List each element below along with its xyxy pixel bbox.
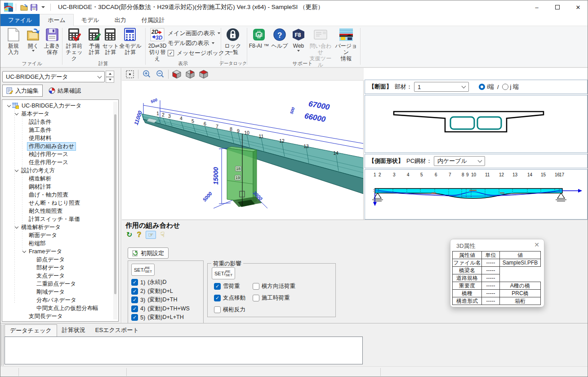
web-button[interactable]: F8 Web bbox=[288, 27, 309, 52]
tree-scrollbar[interactable] bbox=[113, 102, 117, 319]
load-effect-checkbox[interactable] bbox=[253, 283, 259, 290]
help-question-icon[interactable]: ? bbox=[137, 231, 141, 238]
quick-save-button[interactable] bbox=[29, 2, 39, 12]
set-reset-button[interactable]: SET/ RESET bbox=[212, 267, 235, 279]
tree-item[interactable]: 使用材料 bbox=[2, 134, 112, 142]
ribbon-tab[interactable]: モデル bbox=[74, 14, 107, 26]
pointing-hand-icon[interactable]: ☞ bbox=[146, 231, 156, 239]
tree-item[interactable]: 分布バネデータ bbox=[2, 296, 112, 304]
tree-item[interactable]: せん断・ねじり照査 bbox=[2, 199, 112, 207]
load-effect-checkbox[interactable] bbox=[214, 306, 221, 313]
load-case-row[interactable]: 5) (変動)D+L+TH bbox=[131, 313, 197, 322]
version-info-button[interactable]: バージョン 情報 bbox=[334, 27, 358, 62]
load-case-row[interactable]: 1) (永続)D bbox=[131, 278, 197, 287]
member-select[interactable]: 1 bbox=[414, 82, 469, 92]
view-side-button[interactable] bbox=[185, 69, 196, 79]
log-tab[interactable]: ESエクスポート bbox=[90, 324, 144, 337]
tree-item[interactable]: 計算スイッチ・単価 bbox=[2, 215, 112, 223]
tree-item[interactable]: 鋼材計算 bbox=[2, 183, 112, 191]
initial-settings-button[interactable]: 初期設定 bbox=[128, 247, 169, 259]
radio-j-end[interactable] bbox=[502, 84, 508, 90]
load-case-checkbox[interactable] bbox=[131, 314, 138, 321]
tree-item[interactable]: 設計条件 bbox=[2, 118, 112, 126]
model-3d-viewport[interactable]: 1234567891011121314 1819 67000 66000 110… bbox=[122, 81, 364, 220]
set-reset-button[interactable]: SET/ RESET bbox=[131, 264, 155, 276]
close-button[interactable]: ✕ bbox=[568, 0, 588, 14]
minimize-button[interactable]: – bbox=[526, 0, 547, 14]
attributes-3d-panel[interactable]: 3D属性 ✕ 属性値単位値 ファイル名 ----- SampleSI.PFB 橋… bbox=[450, 239, 544, 307]
tree-item[interactable]: 剛域データ bbox=[2, 288, 112, 296]
chevron-down-icon[interactable] bbox=[13, 227, 20, 228]
refresh-icon[interactable]: ↻ bbox=[126, 231, 132, 238]
load-case-checkbox[interactable] bbox=[131, 296, 138, 303]
tree-item[interactable]: 節点データ bbox=[2, 256, 112, 264]
tree-item[interactable]: 構造解析 bbox=[2, 175, 112, 183]
spin-down-button[interactable] bbox=[106, 77, 114, 83]
precalc-check-button[interactable]: 計算前 チェック bbox=[64, 27, 85, 62]
view-front-button[interactable] bbox=[171, 69, 182, 79]
ribbon-tab[interactable]: 付属設計 bbox=[134, 14, 173, 26]
tree-item[interactable]: 耐久性能照査 bbox=[2, 207, 112, 215]
load-case-row[interactable]: 2) (変動)D+L bbox=[131, 287, 197, 296]
tree-item[interactable]: 二重節点データ bbox=[2, 280, 112, 288]
tree-item[interactable]: 支間長データ bbox=[2, 312, 112, 320]
new-input-button[interactable]: 新規 入力 bbox=[3, 27, 24, 55]
log-tab[interactable]: データチェック bbox=[4, 324, 57, 337]
result-confirm-button[interactable]: 結果確認 bbox=[45, 85, 85, 97]
tree-scrollbar-thumb[interactable] bbox=[114, 114, 116, 294]
load-case-checkbox[interactable] bbox=[131, 279, 138, 286]
f8-ai-button[interactable]: AI F8-AI ™ bbox=[249, 27, 269, 49]
log-tab[interactable]: 計算状況 bbox=[57, 324, 90, 337]
input-edit-button[interactable]: 入力編集 bbox=[2, 85, 43, 97]
load-effect-checkbox[interactable] bbox=[214, 283, 221, 290]
tree-item[interactable]: 部材データ bbox=[2, 264, 112, 272]
zoom-out-button[interactable] bbox=[155, 69, 165, 79]
open-button[interactable]: 開く bbox=[23, 27, 44, 52]
chevron-down-icon[interactable] bbox=[13, 113, 20, 115]
ribbon-tab[interactable]: ファイル bbox=[0, 14, 40, 26]
fit-view-button[interactable] bbox=[125, 69, 135, 79]
help-button[interactable]: ? ヘルプ bbox=[269, 27, 290, 49]
model-figure-display-menu[interactable]: モデル図の表示 bbox=[168, 39, 214, 47]
tree-item[interactable]: 中間支点上の仮想分布幅 bbox=[2, 304, 112, 312]
splitter-grip[interactable] bbox=[1, 324, 4, 366]
zoom-in-button[interactable] bbox=[141, 69, 152, 79]
tree-item[interactable]: 施工条件 bbox=[2, 126, 112, 134]
pc-steel-select[interactable]: 内ケーブル bbox=[434, 156, 485, 166]
load-effect-row[interactable]: 横方向活荷重 bbox=[253, 283, 316, 290]
maximize-button[interactable] bbox=[547, 0, 568, 14]
tree-item[interactable]: UC-BRIDGE入力データ bbox=[2, 102, 112, 110]
tree-item[interactable]: 任意作用ケース bbox=[2, 158, 112, 166]
log-output-area[interactable] bbox=[4, 337, 363, 364]
chevron-down-icon[interactable] bbox=[6, 105, 12, 107]
quick-access-customize-icon[interactable] bbox=[41, 6, 45, 8]
load-effect-row[interactable]: 施工時荷重 bbox=[253, 294, 316, 302]
spin-up-button[interactable] bbox=[106, 71, 114, 77]
load-case-checkbox[interactable] bbox=[131, 288, 138, 295]
lock-list-button[interactable]: ロック 一覧 bbox=[223, 27, 243, 55]
message-box-checkbox[interactable]: ✓ bbox=[168, 50, 174, 56]
tree-item[interactable]: 検討作用ケース bbox=[2, 150, 112, 158]
tree-item[interactable]: 桁端部 bbox=[2, 239, 112, 247]
tree-item[interactable]: 曲げ・軸力照査 bbox=[2, 191, 112, 199]
load-effect-row[interactable]: 横桁反力 bbox=[214, 306, 253, 314]
load-effect-row[interactable]: 支点移動 bbox=[214, 294, 253, 302]
ribbon-tab[interactable]: ホーム bbox=[40, 14, 74, 26]
close-icon[interactable]: ✕ bbox=[534, 241, 539, 248]
load-effect-checkbox[interactable] bbox=[214, 295, 221, 301]
tree-item[interactable]: 設計の考え方 bbox=[2, 166, 112, 175]
all-model-calc-button[interactable]: 全モデル 計算 bbox=[118, 27, 143, 55]
2d-3d-toggle-button[interactable]: 2D3D 2D⇌3D 切り替え bbox=[147, 27, 168, 62]
chevron-down-icon[interactable] bbox=[13, 170, 20, 171]
load-effect-checkbox[interactable] bbox=[253, 295, 259, 301]
chevron-down-icon[interactable] bbox=[21, 251, 27, 252]
tree-item[interactable]: 基本データ bbox=[2, 110, 112, 118]
load-case-row[interactable]: 3) (変動)D+TH bbox=[131, 296, 197, 305]
tree-item[interactable]: 構造解析データ bbox=[2, 223, 112, 231]
radio-i-end[interactable] bbox=[479, 84, 485, 90]
view-top-button[interactable] bbox=[198, 69, 209, 79]
load-effect-row[interactable]: 雪荷重 bbox=[214, 283, 253, 290]
load-case-checkbox[interactable] bbox=[131, 305, 138, 312]
save-button[interactable]: 上書き 保存 bbox=[42, 27, 62, 55]
main-screen-display-menu[interactable]: メイン画面の表示 bbox=[168, 29, 220, 37]
